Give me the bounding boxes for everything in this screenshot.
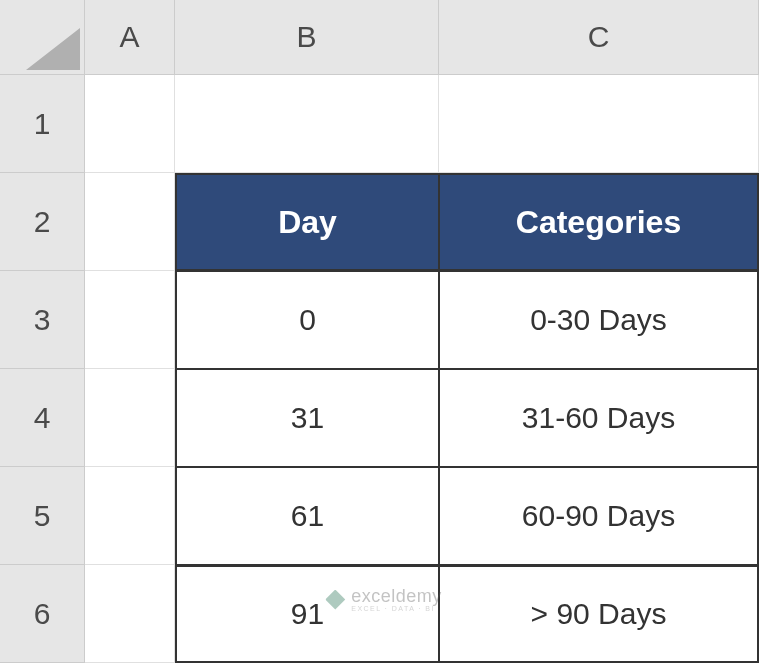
cell-a2[interactable]: [85, 173, 175, 271]
spreadsheet-grid: A B C 1 2 Day Categories 3 0 0-30 Days 4…: [0, 0, 767, 663]
cell-c4[interactable]: 31-60 Days: [439, 369, 759, 467]
table-header-categories[interactable]: Categories: [439, 173, 759, 271]
cell-a3[interactable]: [85, 271, 175, 369]
cell-b3[interactable]: 0: [175, 271, 439, 369]
watermark-sub-text: EXCEL · DATA · BI: [351, 605, 442, 612]
row-header-3[interactable]: 3: [0, 271, 85, 369]
column-header-c[interactable]: C: [439, 0, 759, 75]
cell-a5[interactable]: [85, 467, 175, 565]
row-header-4[interactable]: 4: [0, 369, 85, 467]
cell-b5[interactable]: 61: [175, 467, 439, 565]
cell-c3[interactable]: 0-30 Days: [439, 271, 759, 369]
cell-b4[interactable]: 31: [175, 369, 439, 467]
cell-a6[interactable]: [85, 565, 175, 663]
column-header-a[interactable]: A: [85, 0, 175, 75]
column-header-b[interactable]: B: [175, 0, 439, 75]
cell-a4[interactable]: [85, 369, 175, 467]
watermark-main-text: exceldemy: [351, 587, 442, 605]
cell-c6[interactable]: > 90 Days: [439, 565, 759, 663]
row-header-6[interactable]: 6: [0, 565, 85, 663]
select-all-corner[interactable]: [0, 0, 85, 75]
cell-b6[interactable]: 91: [175, 565, 439, 663]
cell-c5[interactable]: 60-90 Days: [439, 467, 759, 565]
row-header-5[interactable]: 5: [0, 467, 85, 565]
row-header-2[interactable]: 2: [0, 173, 85, 271]
cell-c1[interactable]: [439, 75, 759, 173]
table-header-day[interactable]: Day: [175, 173, 439, 271]
watermark: exceldemy EXCEL · DATA · BI: [325, 587, 442, 612]
watermark-text: exceldemy EXCEL · DATA · BI: [351, 587, 442, 612]
row-header-1[interactable]: 1: [0, 75, 85, 173]
cell-a1[interactable]: [85, 75, 175, 173]
watermark-logo-icon: [325, 590, 345, 610]
select-all-triangle-icon: [26, 28, 80, 70]
cell-b1[interactable]: [175, 75, 439, 173]
